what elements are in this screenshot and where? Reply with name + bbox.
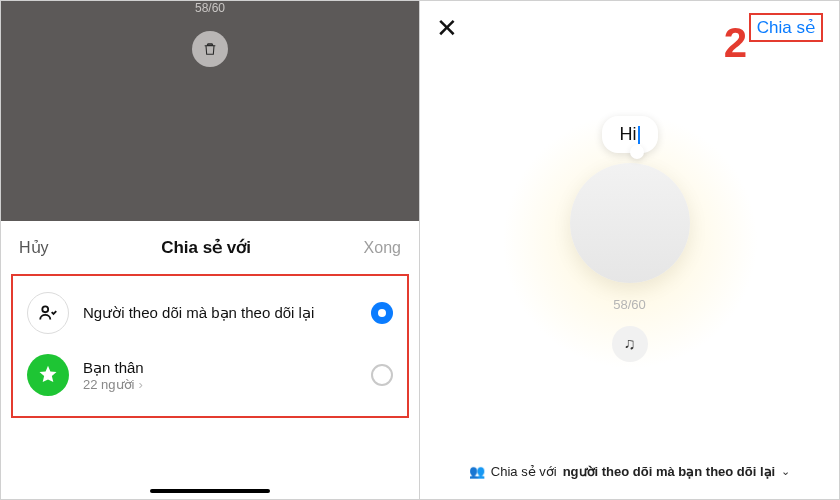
char-counter-top: 58/60 bbox=[195, 1, 225, 15]
delete-button[interactable] bbox=[192, 31, 228, 67]
chevron-right-icon: › bbox=[138, 377, 142, 392]
note-bubble[interactable]: Hi bbox=[602, 116, 658, 153]
note-composer: Hi 58/60 ♫ bbox=[570, 116, 690, 362]
svg-point-0 bbox=[42, 306, 48, 312]
audience-options-highlight: Người theo dõi mà bạn theo dõi lại Bạn t… bbox=[11, 274, 409, 418]
done-button[interactable]: Xong bbox=[364, 239, 401, 257]
note-text: Hi bbox=[620, 124, 637, 144]
radio-unselected[interactable] bbox=[371, 364, 393, 386]
followers-icon bbox=[27, 292, 69, 334]
trash-icon bbox=[202, 41, 218, 57]
left-screen: 58/60 1 Hủy Chia sẻ với Xong Người theo … bbox=[1, 1, 420, 499]
dimmed-background: 58/60 bbox=[1, 1, 419, 221]
audience-option-followers[interactable]: Người theo dõi mà bạn theo dõi lại bbox=[19, 282, 401, 344]
annotation-step-2: 2 bbox=[724, 19, 747, 67]
audience-selector[interactable]: 👥 Chia sẻ với người theo dõi mà bạn theo… bbox=[420, 464, 839, 479]
share-sheet: Hủy Chia sẻ với Xong Người theo dõi mà b… bbox=[1, 221, 419, 499]
home-indicator bbox=[150, 489, 270, 493]
avatar bbox=[570, 163, 690, 283]
sheet-title: Chia sẻ với bbox=[161, 237, 251, 258]
option-subtext: 22 người › bbox=[83, 377, 357, 392]
audience-prefix: Chia sẻ với bbox=[491, 464, 557, 479]
audience-value: người theo dõi mà bạn theo dõi lại bbox=[563, 464, 776, 479]
chevron-down-icon: ⌄ bbox=[781, 465, 790, 478]
music-icon: ♫ bbox=[624, 335, 636, 353]
option-label: Bạn thân bbox=[83, 359, 357, 377]
close-button[interactable]: ✕ bbox=[436, 15, 458, 41]
cancel-button[interactable]: Hủy bbox=[19, 238, 49, 257]
radio-selected[interactable] bbox=[371, 302, 393, 324]
right-screen: ✕ Chia sẻ 2 Hi 58/60 ♫ 👥 Chia sẻ với ngư… bbox=[420, 1, 839, 499]
star-icon bbox=[27, 354, 69, 396]
char-counter: 58/60 bbox=[570, 297, 690, 312]
audience-option-close-friends[interactable]: Bạn thân 22 người › bbox=[19, 344, 401, 406]
share-button[interactable]: Chia sẻ bbox=[749, 13, 823, 42]
option-label: Người theo dõi mà bạn theo dõi lại bbox=[83, 304, 357, 322]
add-music-button[interactable]: ♫ bbox=[612, 326, 648, 362]
text-cursor bbox=[638, 126, 640, 144]
people-icon: 👥 bbox=[469, 464, 485, 479]
